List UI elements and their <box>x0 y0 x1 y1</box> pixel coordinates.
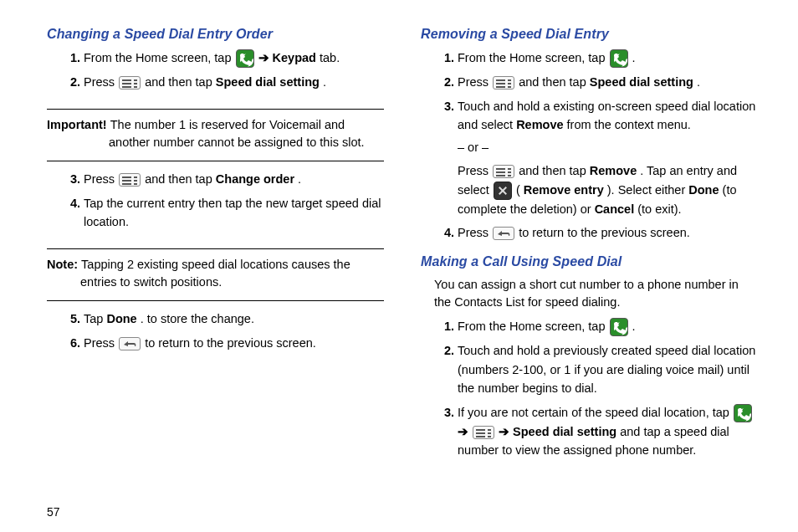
speed-dial-setting-label: Speed dial setting <box>216 75 320 89</box>
step-text: ). Select either <box>607 183 689 197</box>
step-text: Press <box>458 164 492 177</box>
steps-removing: 1. From the Home screen, tap . 2. Press … <box>421 49 758 248</box>
x-icon <box>494 182 512 200</box>
step-2: 2. Touch and hold a previously created s… <box>458 341 758 397</box>
page-columns: Changing a Speed Dial Entry Order 1. Fro… <box>47 27 758 495</box>
step-number: 6. <box>57 334 80 352</box>
step-number: 1. <box>57 49 80 67</box>
note-label: Note: <box>47 258 81 271</box>
important-label: Important! <box>47 118 110 131</box>
step-text: Tap <box>84 312 106 325</box>
remove-label: Remove <box>590 164 637 177</box>
step-text: From the Home screen, tap <box>84 51 235 64</box>
phone-icon <box>610 318 628 336</box>
step-number: 1. <box>431 49 454 67</box>
remove-label: Remove <box>516 118 563 131</box>
menu-icon <box>493 165 514 178</box>
step-number: 2. <box>431 73 454 91</box>
phone-icon <box>734 404 752 422</box>
step-number: 3. <box>57 170 80 188</box>
or-divider: – or – <box>458 138 758 156</box>
note-callout: Note: Tapping 2 existing speed dial loca… <box>47 248 384 302</box>
heading-changing-order: Changing a Speed Dial Entry Order <box>47 27 384 42</box>
step-number: 5. <box>57 309 80 328</box>
phone-icon <box>610 49 628 68</box>
step-4: 4. Press to return to the previous scree… <box>458 223 758 242</box>
step-3: 3. If you are not certain of the speed d… <box>458 403 758 460</box>
step-number: 2. <box>431 341 454 360</box>
step-2: 2. Press and then tap Speed dial setting… <box>458 73 758 91</box>
steps-changing-3: 5. Tap Done . to store the change. 6. Pr… <box>47 309 384 357</box>
back-icon <box>493 227 514 240</box>
step-text: From the Home screen, tap <box>458 320 609 333</box>
step-text: and then tap <box>145 75 216 89</box>
step-text: tab. <box>320 51 340 64</box>
arrow-icon: ➔ <box>258 51 273 64</box>
step-text: to return to the previous screen. <box>145 336 316 350</box>
step-text: from the context menu. <box>567 118 691 131</box>
speed-dial-setting-label: Speed dial setting <box>513 425 616 438</box>
step-text: (to exit). <box>637 202 681 216</box>
step-number: 1. <box>431 317 454 335</box>
step-5: 5. Tap Done . to store the change. <box>84 309 384 328</box>
step-text: and then tap <box>519 75 590 89</box>
menu-icon <box>119 173 141 187</box>
step-number: 4. <box>431 223 454 242</box>
step-text: Touch and hold a previously created spee… <box>458 344 755 395</box>
step-text: From the Home screen, tap <box>458 51 609 64</box>
page-number: 57 <box>47 505 60 519</box>
cancel-label: Cancel <box>595 202 635 216</box>
step-text: and then tap <box>145 172 216 186</box>
done-label: Done <box>106 312 136 325</box>
step-text: If you are not certain of the speed dial… <box>458 406 733 419</box>
step-1: 1. From the Home screen, tap . <box>458 317 758 336</box>
heading-removing: Removing a Speed Dial Entry <box>421 27 758 42</box>
step-text: . to store the change. <box>141 312 254 325</box>
step-text: to return to the previous screen. <box>519 226 690 239</box>
remove-entry-label: Remove entry <box>524 183 604 197</box>
step-4: 4. Tap the current entry then tap the ne… <box>84 194 384 232</box>
step-number: 3. <box>431 97 454 115</box>
step-3: 3. Touch and hold a existing on-screen s… <box>458 97 758 219</box>
menu-icon <box>119 76 141 90</box>
step-number: 3. <box>431 403 454 422</box>
step-text: . <box>323 75 326 89</box>
step-1: 1. From the Home screen, tap ➔ Keypad ta… <box>84 49 384 68</box>
step-text: ( <box>516 183 520 197</box>
step-1: 1. From the Home screen, tap . <box>458 49 758 68</box>
speed-dial-setting-label: Speed dial setting <box>590 75 693 89</box>
step-text: . <box>298 172 301 186</box>
phone-icon <box>236 49 254 68</box>
step-3: 3. Press and then tap Change order . <box>84 170 384 188</box>
step-text: Press <box>84 172 118 186</box>
menu-icon <box>493 76 514 90</box>
steps-changing-1: 1. From the Home screen, tap ➔ Keypad ta… <box>47 49 384 97</box>
step-text: . <box>697 75 700 89</box>
arrow-icon: ➔ <box>458 425 472 438</box>
step-text: Press <box>458 226 492 239</box>
keypad-label: Keypad <box>273 51 316 64</box>
step-text: Tap the current entry then tap the new t… <box>84 197 381 228</box>
done-label: Done <box>688 183 719 197</box>
steps-making-call: 1. From the Home screen, tap . 2. Touch … <box>421 317 758 465</box>
steps-changing-2: 3. Press and then tap Change order . 4. … <box>47 170 384 236</box>
note-text: Tapping 2 existing speed dial locations … <box>80 258 350 289</box>
back-icon <box>119 337 141 350</box>
step-2: 2. Press and then tap Speed dial setting… <box>84 73 384 91</box>
step-text: and then tap <box>519 164 590 177</box>
step-text: Press <box>84 75 118 89</box>
step-text: . <box>632 51 636 64</box>
step-number: 4. <box>57 194 80 212</box>
step-6: 6. Press to return to the previous scree… <box>84 334 384 352</box>
menu-icon <box>473 426 494 439</box>
important-text: The number 1 is reserved for Voicemail a… <box>109 118 365 150</box>
important-callout: Important! The number 1 is reserved for … <box>47 109 384 162</box>
change-order-label: Change order <box>216 172 294 186</box>
intro-text: You can assign a short cut number to a p… <box>421 276 758 313</box>
left-column: Changing a Speed Dial Entry Order 1. Fro… <box>47 27 384 495</box>
arrow-icon: ➔ <box>499 425 513 438</box>
right-column: Removing a Speed Dial Entry 1. From the … <box>421 27 758 495</box>
step-number: 2. <box>57 73 80 91</box>
step-text: Press <box>458 75 492 89</box>
step-text: Press <box>84 336 118 350</box>
